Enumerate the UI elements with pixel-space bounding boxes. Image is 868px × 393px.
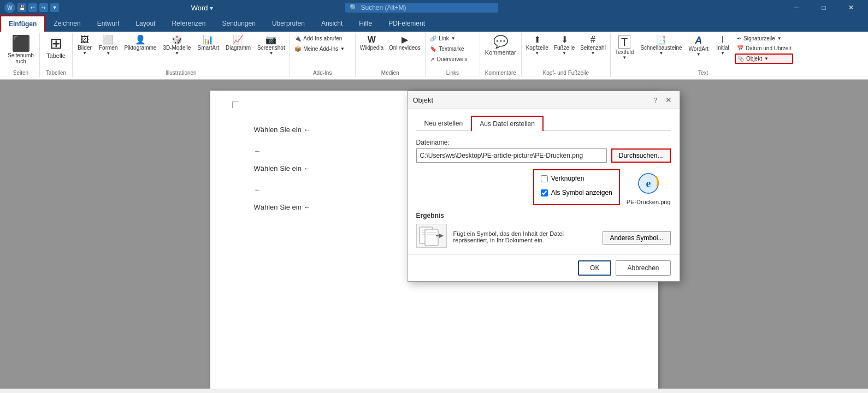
ribbon-group-seiten: ⬛ Seiten­umbruch Seiten: [2, 33, 40, 77]
datum-label: Datum und Uhrzeit: [746, 45, 791, 51]
kopfzeile-icon: ⬆: [534, 35, 541, 44]
dialog-help-button[interactable]: ?: [650, 94, 661, 105]
ribbon-group-illustrationen: 🖼 Bilder ▼ ⬜ Formen ▼ 👤 Piktogramme 🎲 3D…: [73, 33, 290, 77]
btn-smartart[interactable]: 📊 SmartArt: [196, 34, 221, 52]
kommentare-group-label: Kommentare: [485, 69, 516, 76]
addins-icon: 🔌: [294, 35, 301, 41]
tab-referenzen[interactable]: Referenzen: [163, 15, 214, 32]
tab-ansicht[interactable]: Ansicht: [313, 15, 351, 32]
app-title: Word: [191, 4, 208, 12]
undo-btn[interactable]: ↩: [28, 3, 37, 12]
cancel-button[interactable]: Abbrechen: [616, 260, 670, 276]
customize-btn[interactable]: ▼: [50, 3, 59, 12]
tab-ueberpruefen[interactable]: Überprüfen: [264, 15, 313, 32]
btn-signaturzeile[interactable]: ✒ Signaturzeile ▼: [735, 34, 793, 43]
ergebnis-section: Ergebnis: [416, 212, 671, 248]
btn-wikipedia[interactable]: W Wikipedia: [358, 34, 386, 52]
tab-sendungen[interactable]: Sendungen: [214, 15, 263, 32]
btn-diagramm[interactable]: 📈 Diagramm: [223, 34, 253, 52]
verknuepfen-row[interactable]: Verknüpfen: [541, 175, 612, 182]
btn-datum-uhrzeit[interactable]: 📅 Datum und Uhrzeit: [735, 44, 793, 53]
btn-screenshot[interactable]: 📷 Screenshot ▼: [255, 34, 287, 57]
fusszeile-icon: ⬇: [561, 35, 568, 44]
symbol-preview: e PE-Drucken.png: [627, 170, 671, 205]
dateiname-label: Dateiname:: [416, 139, 671, 146]
ergebnis-label: Ergebnis: [416, 212, 671, 219]
formen-label: Formen: [99, 45, 117, 51]
btn-piktogramme[interactable]: 👤 Piktogramme: [122, 34, 158, 52]
btn-wordart[interactable]: A WordArt ▼: [687, 34, 711, 58]
ergebnis-file-icon: [417, 225, 446, 247]
title-separator: ▾: [210, 4, 213, 12]
als-symbol-label: Als Symbol anzeigen: [551, 189, 612, 196]
seiten-group-label: Seiten: [13, 69, 28, 76]
tab-einfuegen[interactable]: Einfügen: [0, 15, 45, 32]
btn-seitenzahl[interactable]: # Seitenzahl ▼: [578, 34, 608, 57]
btn-objekt[interactable]: 📎 Objekt ▼: [735, 53, 793, 64]
ribbon-group-kommentare: 💬 Kommentar Kommentare: [480, 33, 522, 77]
tab-entwurf[interactable]: Entwurf: [89, 15, 128, 32]
formen-icon: ⬜: [103, 35, 114, 44]
verknuepfen-checkbox[interactable]: [541, 175, 548, 182]
als-symbol-checkbox[interactable]: [541, 189, 548, 196]
ergebnis-icon: [416, 224, 447, 248]
btn-querverweis[interactable]: ↗ Querverweis: [428, 55, 477, 64]
close-btn[interactable]: ✕: [839, 0, 864, 15]
redo-btn[interactable]: ↪: [39, 3, 48, 12]
anderes-symbol-button[interactable]: Anderes Symbol...: [603, 231, 670, 245]
medien-group-label: Medien: [381, 69, 399, 76]
minimize-btn[interactable]: ─: [784, 0, 809, 15]
btn-3dmodelle[interactable]: 🎲 3D-Modelle ▼: [161, 34, 193, 57]
btn-textmarke[interactable]: 🔖 Textmarke: [428, 44, 477, 53]
btn-link[interactable]: 🔗 Link ▼: [428, 34, 477, 43]
btn-initial[interactable]: I Initial ▼: [713, 34, 733, 57]
link-label: Link: [439, 35, 448, 41]
tab-zeichnen[interactable]: Zeichnen: [45, 15, 88, 32]
ergebnis-text: Fügt ein Symbol, das den Inhalt der Date…: [453, 228, 597, 243]
btn-formen[interactable]: ⬜ Formen ▼: [97, 34, 120, 57]
ok-button[interactable]: OK: [578, 260, 611, 276]
textfeld-icon: T: [618, 35, 630, 49]
btn-textfeld[interactable]: T Textfeld ▼: [613, 34, 636, 62]
btn-bilder[interactable]: 🖼 Bilder ▼: [75, 34, 95, 57]
tab-pdfelement[interactable]: PDFelement: [380, 15, 433, 32]
tab-hilfe[interactable]: Hilfe: [351, 15, 380, 32]
btn-meine-addins[interactable]: 📦 Meine Add-Ins ▼: [292, 44, 352, 53]
dateiname-input[interactable]: [416, 148, 607, 163]
dialog-title-bar: Objekt ? ✕: [408, 91, 680, 109]
maximize-btn[interactable]: □: [811, 0, 836, 15]
symbol-name: PE-Drucken.png: [627, 199, 671, 205]
dialog-title: Objekt: [413, 96, 434, 104]
btn-kopfzeile[interactable]: ⬆ Kopfzeile ▼: [524, 34, 551, 57]
btn-onlinevideos[interactable]: ▶ Onlinevideos: [387, 34, 423, 52]
ribbon-group-text: T Textfeld ▼ 📑 Schnellbausteine ▼ A Word…: [611, 33, 796, 77]
kopf-fusszeile-group-label: Kopf- und Fußzeile: [543, 69, 589, 76]
btn-tabelle[interactable]: ⊞ Tabelle: [44, 34, 68, 61]
tab-layout[interactable]: Layout: [127, 15, 163, 32]
meine-addins-label: Meine Add-Ins: [303, 46, 338, 52]
dialog-close-button[interactable]: ✕: [663, 94, 674, 105]
objekt-icon: 📎: [737, 56, 744, 62]
objekt-dialog: Objekt ? ✕ Neu erstellen Aus Datei erste…: [407, 91, 680, 282]
durchsuchen-button[interactable]: Durchsuchen...: [611, 148, 671, 163]
btn-kommentar[interactable]: 💬 Kommentar: [482, 34, 519, 58]
btn-seitenumbruch[interactable]: ⬛ Seiten­umbruch: [4, 34, 37, 67]
diagramm-label: Diagramm: [226, 45, 251, 51]
page-corner-tl: [232, 102, 239, 108]
btn-schnellbausteine[interactable]: 📑 Schnellbausteine ▼: [638, 34, 684, 57]
search-bar[interactable]: 🔍 Suchen (Alt+M): [345, 3, 498, 13]
window-controls: ─ □ ✕: [784, 0, 864, 15]
als-symbol-row[interactable]: Als Symbol anzeigen: [541, 189, 612, 196]
diagramm-icon: 📈: [233, 35, 244, 44]
addins-group-label: Add-Ins: [313, 69, 332, 76]
initial-label: Initial: [716, 45, 729, 51]
save-btn[interactable]: 💾: [17, 3, 26, 12]
tab-aus-datei-erstellen[interactable]: Aus Datei erstellen: [471, 116, 544, 131]
btn-fusszeile[interactable]: ⬇ Fußzeile ▼: [552, 34, 577, 57]
wikipedia-label: Wikipedia: [360, 45, 383, 51]
textmarke-label: Textmarke: [439, 46, 464, 52]
btn-addins-abrufen[interactable]: 🔌 Add-Ins abrufen: [292, 34, 352, 43]
screenshot-label: Screenshot: [257, 45, 285, 51]
tabelle-icon: ⊞: [50, 36, 62, 51]
tab-neu-erstellen[interactable]: Neu erstellen: [416, 116, 471, 131]
